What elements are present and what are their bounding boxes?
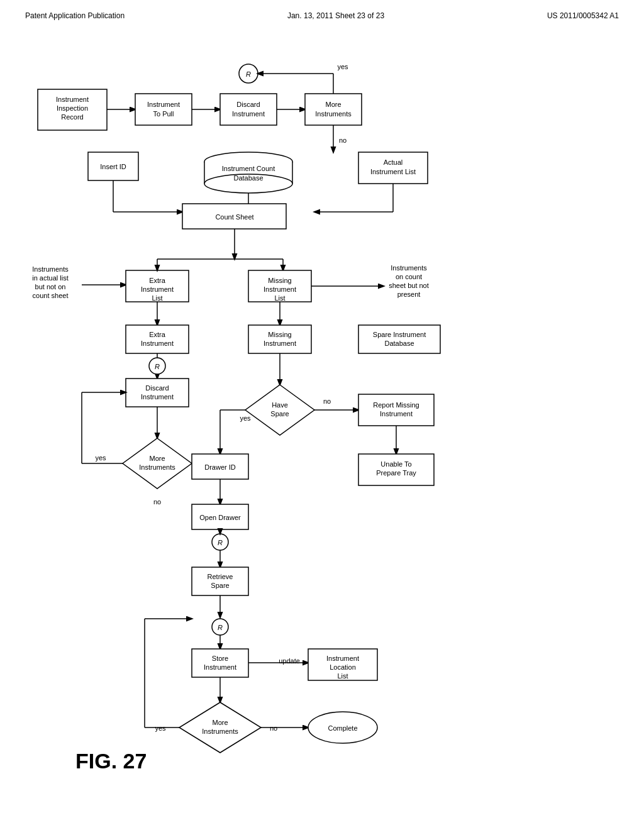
svg-text:Instrument: Instrument <box>204 663 236 671</box>
svg-text:Instrument: Instrument <box>141 340 174 347</box>
svg-text:present: present <box>397 290 421 298</box>
label-yes-spare: yes <box>240 414 251 422</box>
node-r-bottom2: R <box>218 539 223 546</box>
svg-rect-10 <box>305 94 362 125</box>
node-extra-instrument: Extra <box>149 331 166 338</box>
svg-text:List: List <box>337 672 348 680</box>
svg-text:Inspection: Inspection <box>57 104 88 112</box>
label-no-final: no <box>270 724 277 732</box>
svg-text:Complete: Complete <box>328 724 357 732</box>
svg-text:Instrument: Instrument <box>264 340 296 347</box>
node-discard-instrument-bottom: Discard <box>145 384 169 392</box>
svg-text:Spare: Spare <box>270 410 289 418</box>
node-open-drawer: Open Drawer <box>199 514 241 521</box>
node-r-store: R <box>218 624 223 631</box>
node-insert-id: Insert ID <box>100 163 126 170</box>
node-instrument-location-list: Instrument <box>326 655 359 662</box>
svg-rect-7 <box>220 94 277 125</box>
node-store-instrument: Store <box>212 655 228 662</box>
svg-text:Instruments: Instruments <box>139 463 175 471</box>
svg-text:Spare: Spare <box>211 582 229 589</box>
svg-text:count sheet: count sheet <box>33 292 69 299</box>
fig-label: FIG. 27 <box>75 749 147 773</box>
svg-text:Have: Have <box>272 401 288 409</box>
svg-text:Record: Record <box>61 113 83 121</box>
svg-text:Instrument: Instrument <box>380 410 413 418</box>
label-update: update <box>279 657 300 665</box>
node-instruments-actual-not-count: Instruments <box>32 265 69 273</box>
node-instrument-count-database: Instrument Count <box>222 165 275 172</box>
svg-text:List: List <box>274 294 285 302</box>
node-count-sheet: Count Sheet <box>215 213 253 221</box>
header-middle: Jan. 13, 2011 Sheet 23 of 23 <box>287 11 384 20</box>
svg-text:Instrument List: Instrument List <box>370 168 416 175</box>
svg-text:Instrument: Instrument <box>141 393 174 401</box>
svg-text:More: More <box>212 719 228 726</box>
flowchart-svg: Instrument Inspection Record Instrument … <box>0 26 644 800</box>
svg-text:in actual list: in actual list <box>32 274 68 282</box>
svg-text:on count: on count <box>396 273 422 280</box>
svg-text:but not on: but not on <box>35 283 66 290</box>
svg-text:sheet but not: sheet but not <box>389 282 429 289</box>
page-header: Patent Application Publication Jan. 13, … <box>0 0 644 26</box>
node-instrument-to-pull: Instrument <box>147 101 180 108</box>
node-missing-instrument: Missing <box>268 331 291 338</box>
svg-text:Database: Database <box>233 174 263 182</box>
node-instruments-count-not-present: Instruments <box>391 264 427 272</box>
diagram-area: Instrument Inspection Record Instrument … <box>0 26 644 800</box>
node-report-missing-instrument: Report Missing <box>373 401 419 409</box>
node-actual-instrument-list: Actual <box>384 158 403 166</box>
node-instrument-inspection-record: Instrument <box>56 96 89 103</box>
node-unable-to-prepare-tray: Unable To <box>380 460 411 468</box>
label-no-more-bottom: no <box>153 498 161 506</box>
node-drawer-id: Drawer ID <box>204 463 236 471</box>
node-missing-instrument-list: Missing <box>268 277 291 284</box>
svg-text:Instrument: Instrument <box>232 110 265 118</box>
svg-text:Prepare Tray: Prepare Tray <box>376 469 416 477</box>
svg-text:Instrument: Instrument <box>264 285 296 293</box>
node-discard-instrument-top: Discard <box>236 101 260 108</box>
svg-text:More: More <box>149 455 165 462</box>
label-yes-top: yes <box>337 63 348 70</box>
header-right: US 2011/0005342 A1 <box>547 11 619 20</box>
svg-text:Instrument: Instrument <box>141 285 174 293</box>
label-yes-final: yes <box>155 724 166 732</box>
svg-text:Instruments: Instruments <box>315 110 352 118</box>
node-spare-instrument-database: Spare Instrument <box>373 331 426 338</box>
node-r-top: R <box>246 70 251 78</box>
label-no-top: no <box>339 136 347 144</box>
label-no-spare: no <box>323 397 331 405</box>
node-extra-instrument-list: Extra <box>149 277 166 284</box>
header-left: Patent Application Publication <box>25 11 125 20</box>
label-yes-more-bottom: yes <box>95 454 106 462</box>
node-more-instruments-top: More <box>325 101 341 108</box>
node-retrieve-spare: Retrieve <box>208 573 233 580</box>
svg-text:Database: Database <box>384 340 414 347</box>
svg-text:List: List <box>152 294 162 302</box>
svg-rect-4 <box>135 94 192 125</box>
svg-text:Instruments: Instruments <box>202 728 238 735</box>
svg-text:Location: Location <box>330 663 356 671</box>
svg-text:To Pull: To Pull <box>153 110 174 118</box>
node-r-bottom1: R <box>155 363 160 370</box>
